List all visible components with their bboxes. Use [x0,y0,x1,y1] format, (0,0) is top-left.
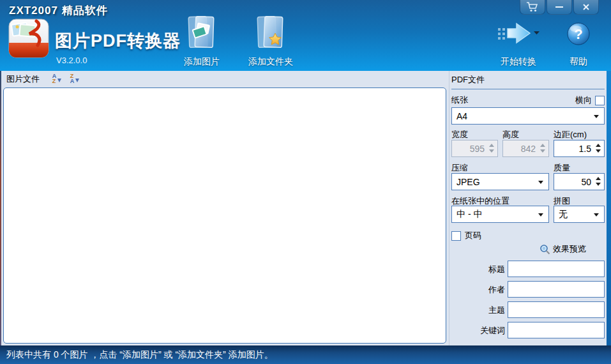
width-value: 595 [470,144,485,154]
author-label: 作者 [451,284,505,296]
paper-label: 纸张 [451,95,468,106]
chevron-down-icon [538,181,543,184]
spin-down-icon [596,183,601,186]
image-files-title: 图片文件 [6,73,40,85]
spin-up-icon [540,144,545,147]
keywords-field[interactable] [508,322,605,338]
height-label: 高度 [502,129,519,140]
subject-field[interactable] [508,301,605,318]
sort-ascending-button[interactable]: AZ [49,72,65,85]
paper-size-value: A4 [456,111,467,121]
compression-value: JPEG [456,177,480,187]
panel-rule [451,89,605,89]
margin-spinner[interactable]: 1.5 [554,140,605,157]
close-button[interactable] [573,0,599,15]
height-value: 842 [521,144,536,154]
magnifier-icon [539,244,550,255]
spin-down-icon [596,149,601,153]
arrow-down-icon [57,79,61,82]
app-name: 图片PDF转换器 [55,29,181,52]
margin-value: 1.5 [579,144,591,154]
author-field[interactable] [508,281,605,298]
height-spinner: 842 [502,140,549,157]
spin-up-icon [596,144,601,147]
page-number-label: 页码 [465,230,481,241]
start-convert-label: 开始转换 [501,56,536,68]
minimize-icon [555,6,563,8]
keywords-label: 关键词 [451,325,505,337]
app-logo-icon [8,19,49,61]
spin-down-icon [489,149,494,153]
chevron-down-icon [594,115,599,118]
sort-descending-button[interactable]: ZA [66,72,83,85]
spinner-arrows[interactable] [596,177,601,186]
minimize-button[interactable] [547,0,572,15]
close-icon [582,3,590,11]
app-version: V3.2.0.0 [56,56,87,65]
window-left-edge [0,71,1,364]
start-convert-button[interactable]: 开始转换 [492,14,545,68]
help-icon: ? [566,22,591,46]
start-arrow-icon [497,19,540,47]
cart-icon [526,2,539,12]
cart-button[interactable] [520,0,545,15]
title-field[interactable] [508,261,605,277]
margin-label: 边距(cm) [554,129,587,140]
window-right-edge [607,71,611,364]
preview-label: 效果预览 [553,243,586,255]
quality-spinner[interactable]: 50 [554,173,605,190]
pdf-settings-panel: PDF文件 纸张 横向 A4 宽度 高度 边距(cm) 595 842 1.5 [451,71,605,345]
panel-divider [449,71,449,345]
image-list[interactable] [3,87,446,344]
compression-select[interactable]: JPEG [451,173,549,190]
tile-select[interactable]: 无 [554,206,605,223]
add-folder-button[interactable]: 添加文件夹 [244,14,298,68]
window-controls [520,0,599,15]
pdf-panel-title: PDF文件 [451,74,485,86]
spinner-arrows[interactable] [596,144,601,153]
preview-link[interactable]: 效果预览 [539,243,586,255]
help-label: 帮助 [570,56,587,68]
tile-value: 无 [559,209,568,220]
spin-down-icon [540,149,545,153]
folder-star-icon [256,14,285,50]
quality-value: 50 [581,177,591,187]
add-images-label: 添加图片 [184,56,220,68]
quality-label: 质量 [554,162,570,174]
folder-images-icon [187,14,216,50]
sort-za-icon: ZA [70,73,75,84]
question-mark-glyph: ? [574,26,582,42]
header: ZXT2007 精品软件 [0,0,611,71]
help-button[interactable]: ? 帮助 [558,14,599,68]
chevron-down-icon [594,213,599,216]
width-spinner: 595 [451,140,498,157]
subject-label: 主题 [451,305,505,316]
title-label: 标题 [451,264,505,275]
spin-up-icon [596,177,601,180]
start-dropdown-icon [534,31,539,34]
landscape-label: 横向 [575,95,592,106]
status-text: 列表中共有 0 个图片 ，点击 “添加图片” 或 “添加文件夹” 添加图片。 [6,349,273,360]
spinner-arrows [540,144,545,153]
width-label: 宽度 [451,129,468,140]
paper-size-select[interactable]: A4 [451,107,605,125]
spin-up-icon [489,144,494,147]
add-images-button[interactable]: 添加图片 [176,14,227,68]
arrow-down-icon [75,79,79,82]
landscape-checkbox[interactable] [595,96,605,105]
page-number-checkbox[interactable] [451,231,461,241]
chevron-down-icon [538,213,543,216]
status-bar: 列表中共有 0 个图片 ，点击 “添加图片” 或 “添加文件夹” 添加图片。 [0,345,611,364]
compression-label: 压缩 [451,162,468,174]
position-value: 中 - 中 [456,209,482,220]
position-select[interactable]: 中 - 中 [451,206,549,223]
spinner-arrows [489,144,494,153]
window-title: ZXT2007 精品软件 [9,3,108,18]
add-folder-label: 添加文件夹 [248,56,293,68]
sort-az-icon: AZ [52,73,57,84]
